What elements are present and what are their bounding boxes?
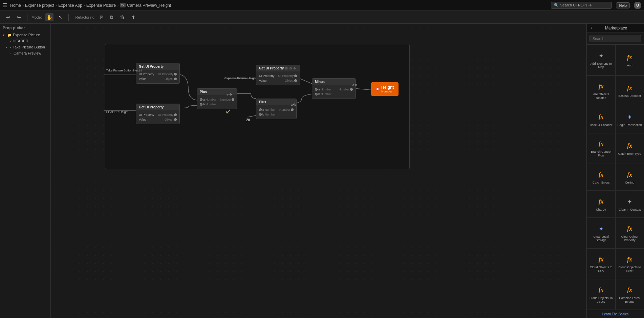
node-title-plus-2: Plus: [259, 100, 266, 104]
marketplace-item-icon-14: fx: [596, 255, 606, 264]
marketplace-item-label-3: Base64 Decoder: [618, 94, 641, 98]
breadcrumb-home[interactable]: Home: [10, 3, 21, 8]
mode-hand-button[interactable]: ✋: [45, 13, 53, 21]
node-output-height[interactable]: Height Number: [371, 82, 399, 96]
delete-button[interactable]: 🗑: [118, 13, 127, 21]
port-sublabel-minus-out: Number: [339, 88, 349, 91]
node-port-row-minus-b: b Number: [312, 92, 356, 97]
toolbar-separator-1: [27, 14, 27, 21]
marketplace-item-7[interactable]: fxCatch Error Type: [616, 133, 644, 164]
item-icon-camera: ○: [10, 51, 12, 55]
right-panel: ‹ Marketplace ✦Add Element To MapfxAndfx…: [586, 24, 644, 318]
port-label-value-3: Value: [259, 79, 266, 82]
marketplace-item-13[interactable]: fxClear Object Property: [616, 218, 644, 249]
marketplace-search-input[interactable]: [589, 35, 641, 42]
node-ctrl-settings[interactable]: ⚙: [289, 67, 292, 70]
tree-item-expense-picture[interactable]: ▾ 📁 Expense Picture: [0, 32, 50, 38]
tree-item-camera-preview[interactable]: ○ Camera Preview: [0, 50, 50, 56]
mode-cursor-button[interactable]: ↖: [56, 13, 64, 21]
marketplace-item-17[interactable]: fxCombine Latest Events: [616, 279, 644, 310]
node-get-ui-3[interactable]: Get UI Property ⊟ ⚙ ⊕ UI Property UI Pro…: [256, 65, 300, 85]
marketplace-item-label-12: Clear Local Storage: [588, 235, 614, 242]
marketplace-title: Marketplace: [592, 26, 640, 30]
marketplace-item-icon-3: fx: [625, 83, 635, 93]
fx-badge: fx: [120, 3, 126, 7]
export-button[interactable]: ⬆: [129, 13, 137, 21]
marketplace-item-icon-17: fx: [625, 285, 635, 295]
marketplace-item-16[interactable]: fxCloud Objects To JSON: [587, 279, 616, 310]
tree-item-take-picture-button[interactable]: ▾ ▪ Take Picture Button: [0, 44, 50, 50]
redo-button[interactable]: ↪: [15, 13, 23, 21]
node-port-row-plus-1-b: b Number: [197, 102, 237, 107]
marketplace-item-12[interactable]: ✦Clear Local Storage: [587, 218, 616, 249]
breadcrumb-current: fx Camera Preview_Height: [120, 3, 171, 8]
node-ctrl-zoom[interactable]: ⊕: [293, 67, 296, 70]
breadcrumb-app[interactable]: Expense App: [58, 3, 82, 8]
node-port-row-get-ui-2-uiprop: UI Property UI Property: [136, 112, 179, 117]
node-port-row-get-ui-2-value: Value Object: [136, 117, 179, 122]
mode-label: Mode:: [31, 15, 42, 19]
node-get-ui-2[interactable]: Get UI Property UI Property UI Property …: [136, 104, 180, 124]
node-plus-2[interactable]: Plus a Number Number: [256, 99, 297, 119]
marketplace-item-8[interactable]: fxCatch Errors: [587, 164, 616, 191]
port-sublabel-uiprop-3: UI Property: [278, 74, 294, 78]
marketplace-grid: ✦Add Element To MapfxAndfxAre Objects Re…: [587, 45, 644, 310]
port-sublabel-uiprop-2: UI Property: [158, 113, 173, 116]
marketplace-item-icon-8: fx: [596, 170, 606, 179]
flow-container: Get UI Property UI Property UI Property …: [105, 44, 410, 169]
menu-icon[interactable]: ☰: [3, 2, 7, 8]
help-button[interactable]: Help: [616, 2, 630, 8]
marketplace-item-5[interactable]: ✦Begin Transaction: [616, 106, 644, 133]
marketplace-item-14[interactable]: fxCloud Objects to CSV: [587, 249, 616, 279]
const-20-label: 20: [246, 118, 250, 122]
port-out-value-1: [174, 78, 177, 80]
canvas-inner: Get UI Property UI Property UI Property …: [51, 24, 586, 318]
node-body-get-ui-1: UI Property UI Property Value Object: [136, 70, 179, 83]
marketplace-item-15[interactable]: fxCloud Objects to Excel: [616, 249, 644, 279]
marketplace-item-label-15: Cloud Objects to Excel: [617, 266, 643, 273]
port-in-output: [376, 87, 379, 91]
breadcrumb-screen[interactable]: Expense Picture: [86, 3, 116, 8]
marketplace-item-0[interactable]: ✦Add Element To Map: [587, 45, 616, 76]
marketplace-item-1[interactable]: fxAnd: [616, 45, 644, 76]
topbar-search[interactable]: 🔍 Search CTRL+⇧+F: [551, 2, 612, 9]
port-label-plus-1-a: a: [203, 98, 205, 101]
right-panel-footer[interactable]: Learn The Basics: [587, 310, 644, 318]
marketplace-item-icon-7: fx: [625, 141, 635, 151]
marketplace-item-11[interactable]: ✦Clear In Context: [616, 191, 644, 218]
marketplace-item-3[interactable]: fxBase64 Decoder: [616, 76, 644, 106]
marketplace-item-6[interactable]: fxBranch Control Flow: [587, 133, 616, 164]
undo-button[interactable]: ↩: [4, 13, 12, 21]
node-header-get-ui-2: Get UI Property: [136, 104, 179, 110]
marketplace-item-icon-6: fx: [596, 139, 606, 149]
node-get-ui-1[interactable]: Get UI Property UI Property UI Property …: [136, 63, 180, 84]
node-ctrl-minimize[interactable]: ⊟: [285, 67, 288, 70]
marketplace-item-label-0: Add Element To Map: [588, 62, 614, 69]
port-out-uiprop-3: [294, 75, 297, 77]
topbar: ☰ Home › Expense project › Expense App ›…: [0, 0, 644, 11]
canvas-area[interactable]: Get UI Property UI Property UI Property …: [51, 24, 586, 318]
copy-button[interactable]: ⎘: [98, 13, 105, 21]
marketplace-item-10[interactable]: fxChar At: [587, 191, 616, 218]
port-out-plus-1: [232, 98, 234, 101]
paste-button[interactable]: ⧉: [108, 13, 115, 21]
edge-label-header: HEADER.Height: [106, 110, 128, 114]
breadcrumb: Home › Expense project › Expense App › E…: [10, 3, 171, 8]
tree-label-camera-preview: Camera Preview: [14, 51, 41, 55]
tree-item-header[interactable]: ▪ HEADER: [0, 38, 50, 44]
marketplace-item-label-13: Clear Object Property: [617, 235, 643, 242]
output-sublabel: Number: [381, 90, 394, 93]
folder-icon: 📁: [7, 33, 12, 37]
refactoring-label: Refactoring:: [76, 15, 95, 19]
port-in-plus-1-b: [200, 103, 202, 106]
marketplace-item-2[interactable]: fxAre Objects Related: [587, 76, 616, 106]
port-out-value-3: [294, 79, 297, 82]
marketplace-item-icon-12: ✦: [596, 224, 606, 234]
node-minus[interactable]: Minus a Number Number: [312, 78, 356, 99]
port-label-minus-b: b: [318, 92, 320, 96]
marketplace-item-9[interactable]: fxCeiling: [616, 164, 644, 191]
marketplace-item-label-11: Clear In Context: [619, 208, 641, 212]
breadcrumb-project[interactable]: Expense project: [25, 3, 54, 8]
marketplace-item-4[interactable]: fxBase64 Encoder: [587, 106, 616, 133]
node-plus-1[interactable]: Plus a Number Number: [197, 88, 237, 109]
